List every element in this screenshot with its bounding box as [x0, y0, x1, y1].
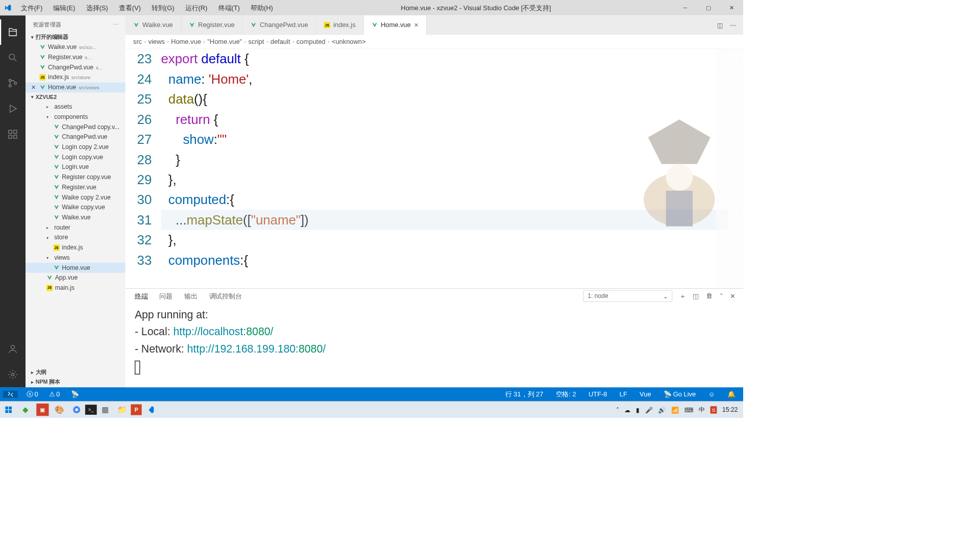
notifications-icon[interactable]: 🔔 [725, 390, 738, 398]
breadcrumb-item[interactable]: Home.vue [171, 38, 201, 45]
warnings-count[interactable]: ⚠ 0 [46, 390, 62, 398]
tray-wifi-icon[interactable]: 📶 [671, 406, 679, 413]
cursor-position[interactable]: 行 31，列 27 [503, 390, 546, 398]
start-button[interactable] [0, 402, 17, 418]
file-item[interactable]: Home.vue [26, 263, 126, 273]
close-icon[interactable]: ✕ [31, 84, 36, 90]
file-item[interactable]: Register.vue [26, 182, 126, 192]
editor-tab[interactable]: JSindex.js [316, 15, 364, 35]
code-line[interactable]: components:{ [161, 250, 743, 270]
code-line[interactable]: export default { [161, 49, 743, 69]
menu-item[interactable]: 终端(T) [213, 3, 245, 12]
taskbar-explorer[interactable]: 📁 [114, 402, 131, 418]
close-button[interactable]: ✕ [720, 0, 744, 15]
editor-tab[interactable]: ChangePwd.vue [243, 15, 316, 35]
project-section[interactable]: ▾XZVUE2 [26, 92, 126, 102]
remote-indicator[interactable] [3, 391, 18, 398]
maximize-button[interactable]: ▢ [697, 0, 720, 15]
taskbar-chrome[interactable] [68, 402, 85, 418]
breadcrumbs[interactable]: src›views›Home.vue›"Home.vue"›script›def… [126, 35, 743, 48]
account-icon[interactable] [0, 336, 26, 362]
taskbar-app[interactable]: ▦ [97, 402, 114, 418]
file-item[interactable]: Login.vue [26, 162, 126, 172]
explorer-icon[interactable] [0, 19, 26, 45]
open-editors-section[interactable]: ▾打开的编辑器 [26, 32, 126, 42]
panel-tab[interactable]: 终端 [135, 291, 148, 300]
tray-icon[interactable]: 🔊 [658, 406, 666, 413]
file-item[interactable]: App.vue [26, 273, 126, 283]
minimize-button[interactable]: ─ [674, 0, 697, 15]
menu-item[interactable]: 选择(S) [81, 3, 113, 12]
terminal-output[interactable]: App running at: - Local: http://localhos… [126, 304, 743, 388]
open-editor-item[interactable]: Register.vues... [26, 52, 126, 62]
tray-chevron[interactable]: ˄ [616, 406, 619, 413]
folder-item[interactable]: ▾components [26, 112, 126, 122]
editor-tab[interactable]: Waike.vue [126, 15, 181, 35]
more-icon[interactable]: ⋯ [113, 21, 118, 28]
indentation[interactable]: 空格: 2 [553, 390, 578, 398]
go-live[interactable]: 📡 Go Live [661, 390, 698, 398]
menu-item[interactable]: 编辑(E) [48, 3, 81, 12]
breadcrumb-item[interactable]: script [249, 38, 264, 45]
taskbar-app[interactable]: ▣ [36, 404, 48, 416]
tray-time[interactable]: 15:22 [722, 406, 738, 413]
panel-tab[interactable]: 问题 [159, 291, 173, 300]
close-icon[interactable]: ✕ [414, 22, 419, 28]
search-icon[interactable] [0, 45, 26, 70]
open-editor-item[interactable]: ✕Home.vuesrc\views [26, 83, 126, 93]
menu-item[interactable]: 运行(R) [180, 3, 213, 12]
folder-item[interactable]: ▾views [26, 253, 126, 263]
close-panel-icon[interactable]: ✕ [730, 292, 736, 300]
taskbar-terminal[interactable]: >_ [85, 405, 97, 415]
tray-icon[interactable]: ☁ [624, 406, 630, 413]
tray-ime[interactable]: 中 [699, 406, 705, 414]
panel-tab[interactable]: 调试控制台 [209, 291, 242, 300]
settings-icon[interactable] [0, 362, 26, 387]
more-icon[interactable]: ⋯ [730, 21, 736, 29]
run-debug-icon[interactable] [0, 96, 26, 121]
file-item[interactable]: Waike copy 2.vue [26, 192, 126, 203]
folder-item[interactable]: ▸assets [26, 102, 126, 112]
taskbar-app[interactable]: ◆ [17, 402, 34, 418]
editor-tab[interactable]: Home.vue✕ [364, 15, 427, 35]
open-editor-item[interactable]: Waike.vuesrc\co... [26, 42, 126, 53]
breadcrumb-item[interactable]: computed [297, 38, 326, 45]
folder-item[interactable]: ▸router [26, 222, 126, 233]
code-editor[interactable]: 2324252627282930313233 export default { … [126, 49, 743, 288]
file-item[interactable]: JSmain.js [26, 283, 126, 293]
tray-icon[interactable]: ▮ [636, 406, 640, 413]
feedback-icon[interactable]: ☺ [706, 390, 717, 398]
source-control-icon[interactable] [0, 70, 26, 96]
menu-item[interactable]: 文件(F) [15, 3, 47, 12]
code-line[interactable]: data(){ [161, 89, 743, 109]
tray-icon[interactable]: 🎤 [645, 406, 653, 413]
tray-keyboard-icon[interactable]: ⌨ [684, 406, 693, 413]
open-editor-item[interactable]: JSindex.jssrc\store [26, 72, 126, 83]
tray-input[interactable]: S [710, 406, 717, 413]
editor-tab[interactable]: Register.vue [181, 15, 243, 35]
broadcast-icon[interactable]: 📡 [68, 390, 81, 398]
taskbar-app[interactable]: 🎨 [51, 402, 68, 418]
terminal-selector[interactable]: 1: node⌄ [583, 290, 672, 302]
folder-item[interactable]: ▾store [26, 233, 126, 243]
breadcrumb-item[interactable]: "Home.vue" [207, 38, 242, 45]
npm-scripts-section[interactable]: ▸NPM 脚本 [26, 377, 126, 387]
encoding[interactable]: UTF-8 [586, 390, 609, 398]
split-editor-icon[interactable]: ◫ [717, 21, 723, 29]
file-item[interactable]: JSindex.js [26, 242, 126, 253]
file-item[interactable]: Login copy 2.vue [26, 142, 126, 152]
menu-item[interactable]: 查看(V) [113, 3, 146, 12]
extensions-icon[interactable] [0, 121, 26, 147]
new-terminal-icon[interactable]: ＋ [679, 291, 686, 300]
file-item[interactable]: Login copy.vue [26, 152, 126, 162]
outline-section[interactable]: ▸大纲 [26, 367, 126, 378]
file-item[interactable]: Waike.vue [26, 212, 126, 222]
menu-item[interactable]: 帮助(H) [245, 3, 278, 12]
errors-count[interactable]: ⓧ 0 [24, 390, 40, 398]
file-item[interactable]: ChangePwd copy.v... [26, 122, 126, 132]
breadcrumb-item[interactable]: src [133, 38, 142, 45]
file-item[interactable]: ChangePwd.vue [26, 132, 126, 142]
code-line[interactable]: name: 'Home', [161, 69, 743, 89]
breadcrumb-item[interactable]: <unknown> [332, 38, 366, 45]
eol[interactable]: LF [617, 390, 629, 398]
